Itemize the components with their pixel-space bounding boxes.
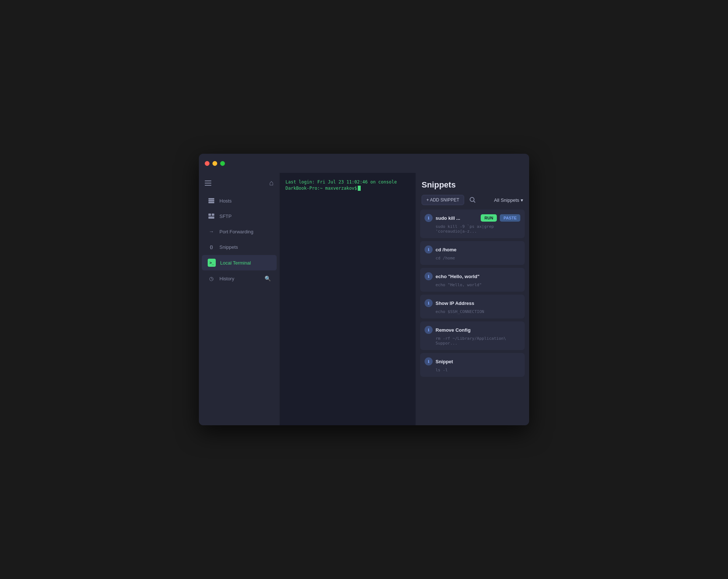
- titlebar: [199, 154, 529, 173]
- snippet-card-6-header: ℹ Snippet: [425, 357, 520, 365]
- svg-rect-4: [212, 214, 214, 216]
- snippet-card-1-header: ℹ sudo kill ... RUN PASTE: [425, 214, 520, 222]
- snippet-icon-4: ℹ: [425, 299, 433, 307]
- snippets-header: Snippets + ADD SNIPPET All Snippets ▾: [416, 173, 529, 210]
- svg-rect-3: [208, 214, 211, 216]
- main-content: ⌂ Hosts: [199, 173, 529, 425]
- sidebar-item-port-forwarding[interactable]: → Port Forwarding: [202, 224, 277, 239]
- terminal-area[interactable]: Last login: Fri Jul 23 11:02:46 on conso…: [280, 173, 415, 425]
- svg-rect-2: [208, 202, 214, 203]
- snippet-icon-3: ℹ: [425, 272, 433, 280]
- chevron-down-icon: ▾: [521, 197, 523, 203]
- snippets-toolbar: + ADD SNIPPET All Snippets ▾: [422, 195, 523, 205]
- snippet-card-4-header: ℹ Show IP Address: [425, 299, 520, 307]
- svg-point-6: [470, 197, 474, 201]
- sftp-icon: [208, 212, 215, 220]
- snippet-card-3[interactable]: ℹ echo "Hello, world" echo "Hello, world…: [420, 268, 525, 292]
- sidebar: ⌂ Hosts: [199, 173, 280, 425]
- terminal-content[interactable]: Last login: Fri Jul 23 11:02:46 on conso…: [280, 173, 415, 425]
- snippet-cmd-1: sudo kill -9 `ps ax|grep 'coreaudio[a-z.…: [425, 224, 520, 234]
- snippet-cmd-5: rm -rf ~/Library/Application\ Suppor...: [425, 336, 520, 346]
- local-terminal-icon: >_: [208, 259, 216, 267]
- snippet-name-5: Remove Config: [436, 327, 520, 333]
- snippet-icon-1: ℹ: [425, 214, 433, 222]
- terminal-line-1: Last login: Fri Jul 23 11:02:46 on conso…: [285, 179, 410, 186]
- all-snippets-filter[interactable]: All Snippets ▾: [494, 197, 523, 203]
- snippet-icon-2: ℹ: [425, 245, 433, 254]
- snippets-title: Snippets: [422, 180, 523, 190]
- snippets-search-button[interactable]: [468, 195, 477, 205]
- snippets-icon: {}: [208, 243, 215, 251]
- snippet-name-2: cd /home: [436, 247, 520, 252]
- sidebar-item-snippets-label: Snippets: [219, 244, 271, 250]
- snippet-name-3: echo "Hello, world": [436, 274, 520, 279]
- snippet-name-6: Snippet: [436, 359, 520, 364]
- sidebar-item-sftp-label: SFTP: [219, 214, 271, 219]
- sidebar-item-sftp[interactable]: SFTP: [202, 209, 277, 223]
- sidebar-item-history-label: History: [219, 276, 260, 281]
- snippet-card-2[interactable]: ℹ cd /home cd /home: [420, 241, 525, 265]
- history-icon: ◷: [208, 275, 215, 282]
- paste-button-1[interactable]: PASTE: [500, 214, 520, 222]
- sidebar-item-history[interactable]: ◷ History 🔍: [202, 271, 277, 286]
- terminal-prompt: DarkBook-Pro:~ maxverzakov$: [285, 186, 410, 191]
- port-forwarding-icon: →: [208, 228, 215, 235]
- sidebar-item-local-terminal[interactable]: >_ Local Terminal: [202, 255, 277, 270]
- svg-rect-1: [208, 200, 214, 201]
- snippet-name-1: sudo kill ...: [436, 215, 478, 221]
- history-search-icon[interactable]: 🔍: [265, 276, 271, 281]
- minimize-button[interactable]: [212, 161, 217, 166]
- snippet-card-5-header: ℹ Remove Config: [425, 326, 520, 334]
- snippet-card-3-header: ℹ echo "Hello, world": [425, 272, 520, 280]
- snippet-card-6[interactable]: ℹ Snippet ls -l: [420, 353, 525, 377]
- traffic-lights: [205, 161, 225, 166]
- close-button[interactable]: [205, 161, 210, 166]
- sidebar-item-hosts-label: Hosts: [219, 198, 271, 204]
- maximize-button[interactable]: [220, 161, 225, 166]
- snippet-card-5[interactable]: ℹ Remove Config rm -rf ~/Library/Applica…: [420, 321, 525, 350]
- sidebar-item-snippets[interactable]: {} Snippets: [202, 240, 277, 254]
- snippet-cmd-4: echo $SSH_CONNECTION: [425, 309, 520, 314]
- run-button-1[interactable]: RUN: [481, 214, 497, 222]
- snippet-cmd-2: cd /home: [425, 256, 520, 261]
- terminal-prompt-text: DarkBook-Pro:~ maxverzakov$: [285, 186, 357, 191]
- terminal-cursor: [358, 186, 361, 191]
- snippet-card-1[interactable]: ℹ sudo kill ... RUN PASTE sudo kill -9 `…: [420, 210, 525, 238]
- snippet-cmd-6: ls -l: [425, 368, 520, 372]
- snippets-list: ℹ sudo kill ... RUN PASTE sudo kill -9 `…: [416, 210, 529, 425]
- sidebar-item-local-terminal-label: Local Terminal: [220, 260, 271, 266]
- svg-rect-0: [208, 198, 214, 200]
- svg-line-7: [473, 201, 475, 203]
- sidebar-item-hosts[interactable]: Hosts: [202, 193, 277, 208]
- snippet-name-4: Show IP Address: [436, 301, 520, 306]
- snippets-panel: Snippets + ADD SNIPPET All Snippets ▾: [415, 173, 529, 425]
- add-snippet-button[interactable]: + ADD SNIPPET: [422, 195, 464, 205]
- svg-rect-5: [208, 216, 214, 219]
- snippet-icon-5: ℹ: [425, 326, 433, 334]
- snippet-cmd-3: echo "Hello, world": [425, 283, 520, 287]
- hamburger-icon[interactable]: [205, 181, 211, 186]
- home-icon[interactable]: ⌂: [269, 179, 274, 187]
- sidebar-item-port-forwarding-label: Port Forwarding: [219, 229, 271, 234]
- snippet-icon-6: ℹ: [425, 357, 433, 365]
- snippet-card-2-header: ℹ cd /home: [425, 245, 520, 254]
- snippet-card-4[interactable]: ℹ Show IP Address echo $SSH_CONNECTION: [420, 295, 525, 318]
- sidebar-top: ⌂: [199, 176, 280, 193]
- app-window: ⌂ Hosts: [199, 154, 529, 425]
- hosts-icon: [208, 197, 215, 204]
